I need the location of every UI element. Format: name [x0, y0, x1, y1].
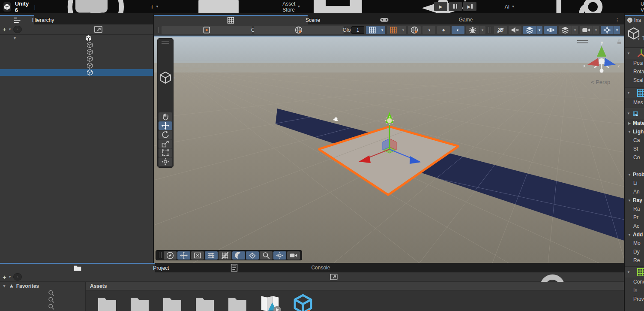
- tools-overlay-button[interactable]: [177, 251, 190, 260]
- play-button[interactable]: ▶: [434, 2, 447, 11]
- chevron-down-icon[interactable]: ▾: [9, 275, 11, 279]
- folder-asset[interactable]: [129, 296, 150, 311]
- favorites-header[interactable]: ▼ ★ Favorites: [0, 283, 85, 290]
- debug-draw-button[interactable]: [466, 26, 479, 34]
- open-search-window-icon[interactable]: [24, 24, 172, 34]
- transform-tool-button[interactable]: [159, 157, 172, 166]
- foldout-arrow-icon[interactable]: ▼: [626, 270, 631, 274]
- assets-breadcrumb[interactable]: Assets: [86, 282, 624, 290]
- model-asset[interactable]: [291, 294, 315, 311]
- scale-row[interactable]: Scal: [625, 76, 644, 85]
- assets-grid[interactable]: [86, 290, 624, 311]
- view-options-button[interactable]: [205, 251, 218, 260]
- unlit-mode-button[interactable]: ●: [437, 26, 450, 34]
- tab-console[interactable]: Console: [155, 263, 313, 272]
- shaded-wireframe-button[interactable]: ◑: [422, 26, 435, 34]
- favorite-all-models[interactable]: All Models: [0, 296, 85, 303]
- view-tool-button[interactable]: [159, 112, 172, 121]
- cameras-overlay-button[interactable]: [287, 251, 300, 260]
- mesh-row[interactable]: Mes: [625, 98, 644, 107]
- anchor-row[interactable]: An: [625, 187, 644, 196]
- navigation-overlay-button[interactable]: [273, 251, 286, 260]
- project-search[interactable]: [13, 273, 22, 281]
- pause-button[interactable]: [449, 2, 462, 11]
- rotation-row[interactable]: Rota: [625, 67, 644, 76]
- hierarchy-item-directional-light[interactable]: Directional Light: [0, 48, 153, 55]
- scene-visibility-button[interactable]: [544, 26, 557, 34]
- dynamic-occlusion-row[interactable]: Dy: [625, 248, 644, 256]
- shaded-mode-button[interactable]: [408, 26, 421, 34]
- probes-foldout[interactable]: ▼Prob: [625, 170, 644, 179]
- chevron-down-icon[interactable]: ▾: [638, 37, 640, 41]
- mesh-filter-component-header[interactable]: ▼: [625, 87, 644, 98]
- camera-settings-dropdown[interactable]: ▾: [593, 26, 599, 34]
- grid-snap-overlay-button[interactable]: [219, 251, 231, 260]
- folder-asset[interactable]: [195, 296, 215, 311]
- toolbar-drag-handle[interactable]: [347, 27, 348, 33]
- script-row-2[interactable]: Is: [625, 286, 644, 295]
- favorite-all-materials[interactable]: All Materials: [0, 290, 85, 296]
- grid-snap-dropdown[interactable]: ▾: [400, 26, 406, 34]
- materials-foldout[interactable]: ▶Mate: [625, 119, 644, 127]
- grid-size-field[interactable]: [351, 26, 364, 34]
- raytracing-row[interactable]: Ra: [625, 205, 644, 213]
- step-button[interactable]: ▶: [463, 2, 476, 11]
- panel-menu-icon[interactable]: ⋮: [614, 17, 620, 23]
- lighting-overlay-button[interactable]: [232, 251, 245, 260]
- additional-settings-foldout[interactable]: ▼Add: [625, 230, 644, 239]
- mesh-renderer-component-header[interactable]: ▼: [625, 108, 644, 119]
- rotate-tool-button[interactable]: [159, 130, 172, 139]
- scene-header-row[interactable]: ▼ SampleScene* ⋮: [0, 35, 153, 42]
- folder-asset[interactable]: [227, 296, 248, 311]
- audio-toggle-button[interactable]: [509, 26, 521, 34]
- lock-icon[interactable]: [34, 0, 149, 23]
- scale-tool-button[interactable]: [159, 139, 172, 148]
- foldout-arrow-icon[interactable]: ▼: [626, 112, 631, 115]
- tab-inspector[interactable]: i Ins: [625, 15, 644, 24]
- scene-asset[interactable]: [258, 294, 282, 311]
- contribute-gi-row[interactable]: Co: [625, 153, 644, 162]
- search-overlay-button[interactable]: [260, 251, 273, 260]
- camera-settings-button[interactable]: [580, 26, 593, 34]
- rect-tool-button[interactable]: [159, 148, 172, 157]
- grid-visibility-dropdown[interactable]: ▾: [379, 26, 385, 34]
- folder-asset[interactable]: [97, 296, 117, 311]
- light-probes-row[interactable]: Li: [625, 179, 644, 187]
- foldout-arrow-icon[interactable]: ▼: [626, 91, 631, 95]
- overlay-grip[interactable]: [162, 41, 169, 44]
- transform-component-header[interactable]: ▼: [625, 48, 644, 59]
- overlay-drag-handle[interactable]: [159, 252, 162, 258]
- folder-asset[interactable]: [162, 296, 183, 311]
- layers-dropdown[interactable]: ▾: [572, 26, 578, 34]
- hierarchy-item-base[interactable]: Base: [0, 62, 153, 69]
- tool-handle-pivot-button[interactable]: Center ▾: [162, 26, 252, 34]
- cast-shadows-row[interactable]: Ca: [625, 136, 644, 145]
- foldout-arrow-icon[interactable]: ▼: [626, 51, 631, 55]
- foldout-arrow-icon[interactable]: ▼: [2, 284, 7, 288]
- lighting-foldout[interactable]: ▼Ligh: [625, 127, 644, 136]
- effects-toggle-button[interactable]: [523, 26, 536, 34]
- script-component-header[interactable]: ▼: [625, 266, 644, 278]
- orientation-overlay-button[interactable]: [164, 251, 177, 260]
- raytracing-foldout[interactable]: ▼Ray: [625, 196, 644, 205]
- tab-scene[interactable]: Scene: [154, 15, 308, 24]
- script-row-1[interactable]: Conv: [625, 278, 644, 286]
- hierarchy-item-judgementline[interactable]: JudgementLine: [0, 69, 153, 76]
- gizmos-dropdown[interactable]: ▾: [614, 26, 620, 34]
- tool-settings-button[interactable]: [191, 251, 204, 260]
- scene-viewport[interactable]: y x z < Persp ▾: [154, 36, 624, 263]
- effects-dropdown[interactable]: ▾: [536, 26, 542, 34]
- position-row[interactable]: Posi: [625, 59, 644, 67]
- toolbar-drag-handle[interactable]: [488, 27, 491, 33]
- move-tool-button[interactable]: [159, 121, 172, 130]
- tab-project[interactable]: Project: [0, 263, 155, 272]
- light-gizmo[interactable]: [385, 116, 394, 125]
- static-shadow-row[interactable]: St: [625, 145, 644, 153]
- grid-visibility-button[interactable]: [366, 26, 379, 34]
- gizmos-button[interactable]: [601, 26, 614, 34]
- hierarchy-item-global-volume[interactable]: Global Volume: [0, 55, 153, 62]
- lighting-toggle-button[interactable]: ◐: [452, 26, 464, 34]
- toolbar-drag-handle[interactable]: [157, 27, 159, 33]
- procedural-row[interactable]: Pr: [625, 213, 644, 222]
- tab-game[interactable]: Game: [308, 15, 461, 24]
